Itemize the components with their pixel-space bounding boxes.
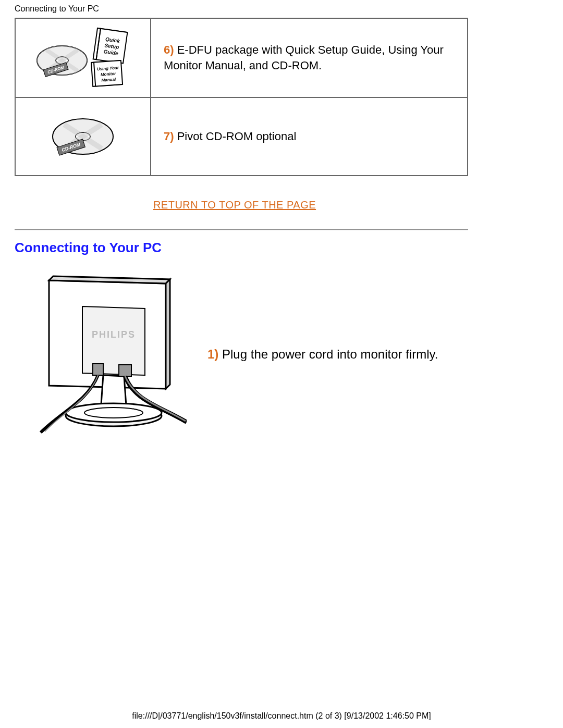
step-1-text: 1) Plug the power cord into monitor firm… [207,346,438,362]
page-header-label: Connecting to Your PC [15,4,99,14]
monitor-back-icon: PHILIPS [20,271,187,438]
step-1-row: PHILIPS 1) Plug the power cord into moni… [15,271,468,438]
section-heading: Connecting to Your PC [15,240,162,256]
svg-point-33 [66,403,162,422]
step-text-content: Plug the power cord into monitor firmly. [218,347,438,361]
svg-marker-27 [82,306,145,375]
item-text: E-DFU package with Quick Setup Guide, Us… [164,43,444,72]
item-6-text-cell: 6) E-DFU package with Quick Setup Guide,… [151,18,468,97]
step-number: 1) [207,347,218,361]
item-6-image-cell: CD-ROM Quick Setup Guide Using Your Moni… [15,18,151,97]
svg-marker-26 [166,279,170,389]
divider [15,229,468,230]
table-row: CD-ROM Quick Setup Guide Using Your Moni… [15,18,468,97]
edfu-package-icon: CD-ROM Quick Setup Guide Using Your Moni… [31,24,135,92]
item-text: Pivot CD-ROM optional [174,130,297,143]
footer-path: file:///D|/03771/english/150v3f/install/… [0,711,563,721]
step-1-image: PHILIPS [15,271,192,438]
svg-text:PHILIPS: PHILIPS [92,329,136,340]
svg-rect-30 [93,364,103,375]
return-to-top-link[interactable]: RETURN TO TOP OF THE PAGE [0,199,469,211]
svg-rect-31 [119,365,131,376]
item-7-image-cell: CD-ROM [15,97,151,176]
item-number: 7) [164,130,174,143]
item-number: 6) [164,43,174,56]
item-7-text-cell: 7) Pivot CD-ROM optional [151,97,468,176]
table-row: CD-ROM 7) Pivot CD-ROM optional [15,97,468,176]
pivot-cdrom-icon: CD-ROM [41,108,125,165]
svg-marker-29 [101,375,126,405]
accessory-table: CD-ROM Quick Setup Guide Using Your Moni… [15,18,468,176]
